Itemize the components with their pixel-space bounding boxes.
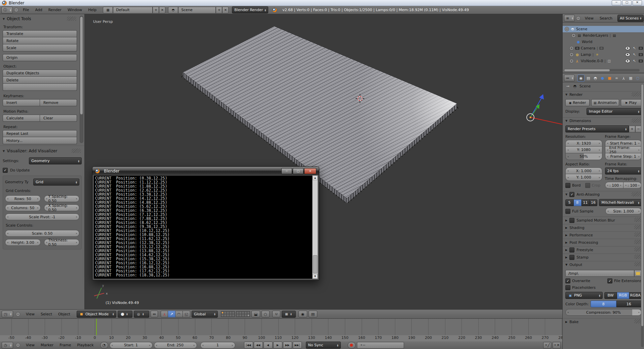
jump-to-start-button[interactable]: |◀◀ — [244, 342, 253, 349]
resolution-y-field[interactable]: Y: 1080 — [565, 147, 602, 153]
tab-world[interactable]: ● — [599, 75, 606, 81]
outliner-row-renderlayers[interactable]: ▤ RenderLayers | ▤ — [563, 32, 644, 39]
panel-header-dimensions[interactable]: ▼ Dimensions — [565, 118, 642, 124]
snap-magnet-icon[interactable]: ∩ — [272, 311, 280, 317]
outliner-row-visnode[interactable]: Y VisNode.0-0 | ◫ ↖ — [563, 58, 644, 64]
aa-filter-select[interactable]: Mitchell-Netravali ▲▼ — [599, 199, 642, 206]
depth-8[interactable]: 8 — [591, 301, 616, 307]
render-presets-select[interactable]: Render Presets ▲▼ — [565, 125, 629, 132]
scroll-up-icon[interactable]: ▲ — [313, 176, 318, 180]
motion-blur-checkbox[interactable] — [569, 218, 574, 223]
panel-header-output[interactable]: ▼ Output — [563, 261, 644, 268]
file-format-select[interactable]: ▣ PNG ▲▼ — [565, 292, 603, 299]
close-button[interactable]: ✕ — [633, 0, 642, 5]
render-animation-button[interactable]: ▤ Animation — [591, 99, 619, 106]
origin-button[interactable]: Origin — [3, 54, 77, 61]
aa-samples-8[interactable]: 8 — [574, 199, 582, 206]
play-rendered-button[interactable]: ▶ Play — [621, 99, 642, 106]
menu-item[interactable]: Search — [597, 16, 615, 21]
panel-header-bake[interactable]: ▶ Bake — [563, 318, 644, 325]
editor-type-button[interactable]: ◳ ▲▼ — [2, 311, 13, 317]
collapse-menus-icon[interactable] — [16, 343, 20, 347]
editor-type-button[interactable]: ≡ ▲▼ — [564, 15, 575, 22]
panel-header-performance[interactable]: ▶ Performance — [563, 231, 644, 239]
manipulator-axes-icon[interactable]: Y — [161, 311, 168, 317]
record-button[interactable] — [348, 342, 356, 349]
end-frame-field[interactable]: End: 250 — [154, 342, 197, 349]
y-spacing-field[interactable]: Y Spacing: 0.50 — [44, 195, 80, 202]
panel-header-shading[interactable]: ▶ Shading — [563, 224, 644, 231]
outliner-row-world[interactable]: ● World — [563, 39, 644, 45]
file-extensions-checkbox[interactable] — [607, 278, 612, 283]
scale-button[interactable]: Scale — [3, 44, 77, 51]
visibility-eye-icon[interactable] — [625, 59, 630, 63]
do-update-checkbox[interactable] — [3, 168, 8, 173]
panel-header-stamp[interactable]: ▶ Stamp — [563, 254, 644, 261]
tab-physics[interactable]: ◌ — [635, 75, 641, 81]
rotate-button[interactable]: Rotate — [3, 37, 77, 44]
manipulator-rotate-button[interactable]: ◠ — [175, 311, 183, 317]
menu-item[interactable]: Add — [32, 8, 45, 12]
remap-new-field[interactable]: : 100 — [623, 182, 642, 189]
menu-item[interactable]: File — [20, 8, 32, 12]
aspect-y-field[interactable]: Y: 1.000 — [565, 174, 602, 181]
panel-header-post-processing[interactable]: ▶ Post Processing — [563, 239, 644, 246]
thickness-field[interactable]: Thickness: 0.50 — [44, 239, 80, 246]
layer-buttons[interactable] — [221, 311, 250, 317]
folder-browse-icon[interactable] — [634, 270, 642, 277]
tab-object[interactable]: ■ — [606, 75, 613, 81]
full-sample-checkbox[interactable] — [565, 209, 570, 214]
menu-item[interactable]: Marker — [38, 343, 56, 347]
scroll-down-icon[interactable]: ▼ — [313, 274, 318, 279]
overwrite-checkbox[interactable] — [565, 278, 570, 283]
console-titlebar[interactable]: Blender ─ ▢ ✕ — [92, 167, 319, 175]
scene-data-icon[interactable]: ◓ — [168, 7, 178, 13]
tab-scene[interactable]: ◓ — [592, 75, 599, 81]
delete-screen-button[interactable]: ✕ — [159, 7, 165, 13]
menu-item[interactable]: Playback — [74, 343, 96, 347]
preview-range-clock-icon[interactable]: ◔ — [100, 342, 108, 349]
tab-render[interactable]: ◉ — [577, 75, 585, 82]
current-frame-field[interactable]: 1 — [200, 342, 235, 349]
maximize-button[interactable]: ▢ — [622, 0, 632, 5]
panel-header-object-tools[interactable]: ▼ Object Tools — [3, 16, 77, 22]
panel-header-anti-aliasing[interactable]: ▼ Anti-Aliasing — [565, 191, 642, 197]
collapse-menus-icon[interactable] — [14, 8, 18, 12]
add-screen-button[interactable]: + — [153, 7, 159, 13]
add-preset-button[interactable]: + — [629, 126, 635, 132]
channels-bw[interactable]: BW — [604, 292, 617, 299]
outliner-row-lamp[interactable]: ◍ Lamp | ✳ ↖ — [563, 51, 644, 58]
delete-keyframe-icon[interactable]: ⚬✕ — [553, 342, 561, 349]
menu-item[interactable]: View — [582, 16, 597, 21]
fps-select[interactable]: 24 fps ▲▼ — [605, 167, 642, 174]
collapse-menus-icon[interactable] — [576, 16, 580, 21]
aa-samples-5[interactable]: 5 — [565, 199, 574, 206]
aspect-x-field[interactable]: X: 1.000 — [565, 167, 602, 174]
depth-16[interactable]: 16 — [616, 301, 642, 307]
menu-item[interactable]: Frame — [56, 343, 74, 347]
shading-select[interactable]: ● ▲▼ — [118, 311, 132, 318]
end-frame-field[interactable]: End Frame: 250 — [605, 147, 642, 153]
rows-field[interactable]: Rows: 50 — [5, 195, 41, 202]
orientation-select[interactable]: Global ▲▼ — [192, 311, 218, 318]
outliner-row-camera[interactable]: Camera | ↖ — [563, 45, 644, 51]
tab-object-data[interactable]: Y — [620, 75, 627, 81]
menu-item[interactable]: Object — [55, 312, 73, 316]
resolution-percent-slider[interactable]: 50% — [565, 153, 602, 160]
aa-samples-16[interactable]: 16 — [590, 199, 598, 206]
maximize-button[interactable]: ▢ — [293, 168, 304, 174]
expand-icon[interactable] — [569, 52, 574, 57]
anti-aliasing-checkbox[interactable] — [569, 192, 574, 197]
output-path-field[interactable]: /tmp\ — [565, 270, 634, 277]
minimize-button[interactable]: ─ — [612, 0, 621, 5]
renderability-camera-icon[interactable] — [639, 47, 643, 50]
start-frame-field[interactable]: Start: 1 — [110, 342, 153, 349]
outliner-row-scene[interactable]: ◓ Scene — [563, 26, 644, 32]
menu-item[interactable]: Window — [65, 8, 85, 12]
stamp-checkbox[interactable] — [569, 255, 574, 260]
expand-icon[interactable] — [569, 59, 574, 63]
expand-icon[interactable] — [571, 33, 576, 38]
scrollbar-thumb[interactable] — [313, 255, 317, 273]
render-still-button[interactable]: ◉ Render — [565, 99, 590, 106]
frame-step-field[interactable]: Frame Step: 1 — [605, 153, 642, 160]
